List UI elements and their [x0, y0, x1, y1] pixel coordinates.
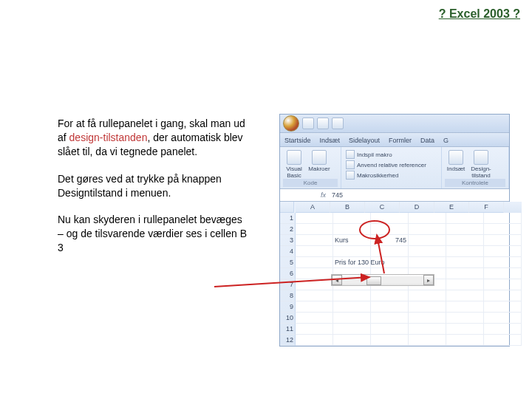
cell[interactable] [484, 335, 522, 346]
cell[interactable] [409, 213, 446, 224]
indsaet-control-button[interactable]: Indsæt [445, 149, 467, 179]
cell[interactable] [296, 290, 333, 301]
cell[interactable] [333, 213, 371, 224]
row-header[interactable]: 6 [280, 268, 296, 279]
cell[interactable] [371, 313, 409, 324]
cell[interactable] [409, 246, 446, 257]
tab-startside[interactable]: Startside [280, 134, 316, 146]
fx-icon[interactable]: fx [318, 191, 329, 199]
cell[interactable] [446, 224, 484, 235]
cell[interactable] [484, 257, 522, 268]
designtilstand-button[interactable]: Design-tilstand [470, 149, 492, 179]
row-header[interactable]: 11 [280, 324, 296, 335]
cell[interactable] [371, 335, 409, 346]
cell[interactable] [484, 235, 522, 246]
col-header[interactable]: B [330, 202, 365, 213]
cell[interactable] [371, 257, 409, 268]
visual-basic-button[interactable]: Visual Basic [283, 149, 305, 179]
cell[interactable] [371, 290, 409, 301]
cell[interactable] [296, 313, 333, 324]
cell-c3[interactable]: 745 [371, 235, 409, 246]
cell[interactable] [296, 235, 333, 246]
cell[interactable] [446, 324, 484, 335]
cell[interactable] [484, 213, 522, 224]
row-header[interactable]: 5 [280, 257, 296, 268]
cell[interactable] [484, 290, 522, 301]
col-header[interactable]: F [469, 202, 504, 213]
excel-2003-link[interactable]: ? Excel 2003 ? [439, 7, 520, 21]
cell[interactable] [484, 313, 522, 324]
cell[interactable] [409, 335, 446, 346]
cell[interactable] [484, 224, 522, 235]
cell[interactable] [333, 335, 371, 346]
col-header[interactable]: E [434, 202, 469, 213]
cell[interactable] [371, 301, 409, 313]
cell[interactable] [446, 279, 484, 290]
cell[interactable] [333, 324, 371, 335]
formula-value[interactable]: 745 [329, 191, 346, 199]
scroll-thumb[interactable] [366, 276, 381, 285]
cell[interactable] [446, 235, 484, 246]
cell[interactable] [484, 301, 522, 313]
cell[interactable] [333, 290, 371, 301]
scrollbar-control[interactable]: ◂ ▸ [331, 274, 434, 286]
cell[interactable] [446, 301, 484, 313]
indspil-makro-button[interactable]: Indspil makro [346, 150, 437, 159]
cell[interactable] [296, 335, 333, 346]
cell[interactable] [333, 224, 371, 235]
col-header[interactable]: D [400, 202, 434, 213]
tab-sidelayout[interactable]: Sidelayout [344, 134, 384, 146]
cell[interactable] [296, 257, 333, 268]
cell[interactable] [296, 279, 333, 290]
scroll-right-icon[interactable]: ▸ [423, 275, 434, 285]
row-header[interactable]: 12 [280, 335, 296, 346]
row-header[interactable]: 7 [280, 279, 296, 290]
cell[interactable] [446, 257, 484, 268]
relative-refs-button[interactable]: Anvend relative referencer [346, 160, 437, 169]
row-header[interactable]: 1 [280, 213, 296, 224]
row-header[interactable]: 3 [280, 235, 296, 246]
cell[interactable] [333, 246, 371, 257]
cell[interactable] [446, 335, 484, 346]
cell[interactable] [484, 324, 522, 335]
cell[interactable] [296, 324, 333, 335]
tab-data[interactable]: Data [416, 134, 439, 146]
tab-more[interactable]: G [439, 134, 453, 146]
cell[interactable] [333, 301, 371, 313]
qat-undo-icon[interactable] [317, 117, 329, 129]
cell-b3[interactable]: Kurs [333, 235, 371, 246]
cell[interactable] [484, 279, 522, 290]
cell[interactable] [446, 290, 484, 301]
col-header[interactable]: C [365, 202, 400, 213]
row-header[interactable]: 2 [280, 224, 296, 235]
qat-save-icon[interactable] [302, 117, 314, 129]
cell[interactable] [409, 235, 446, 246]
col-header[interactable]: A [296, 202, 330, 213]
office-button-icon[interactable] [283, 115, 299, 132]
cell[interactable] [333, 313, 371, 324]
cell[interactable] [296, 213, 333, 224]
makroer-button[interactable]: Makroer [308, 149, 330, 179]
cell[interactable] [409, 324, 446, 335]
cell-b5[interactable]: Pris for 130 Euro [333, 257, 371, 268]
cell[interactable] [371, 324, 409, 335]
row-header[interactable]: 4 [280, 246, 296, 257]
cell[interactable] [371, 224, 409, 235]
cell[interactable] [446, 246, 484, 257]
cell[interactable] [371, 246, 409, 257]
cell[interactable] [484, 268, 522, 279]
row-header[interactable]: 8 [280, 290, 296, 301]
tab-formler[interactable]: Formler [384, 134, 416, 146]
cell[interactable] [409, 313, 446, 324]
select-all-corner[interactable] [280, 202, 294, 213]
row-header[interactable]: 9 [280, 301, 296, 313]
scroll-track[interactable] [342, 276, 423, 284]
cell[interactable] [409, 301, 446, 313]
row-header[interactable]: 10 [280, 313, 296, 324]
makrosikkerhed-button[interactable]: Makrosikkerhed [346, 171, 437, 180]
cell[interactable] [446, 213, 484, 224]
qat-redo-icon[interactable] [332, 117, 344, 129]
cell[interactable] [296, 301, 333, 313]
cell[interactable] [446, 268, 484, 279]
cell[interactable] [409, 290, 446, 301]
